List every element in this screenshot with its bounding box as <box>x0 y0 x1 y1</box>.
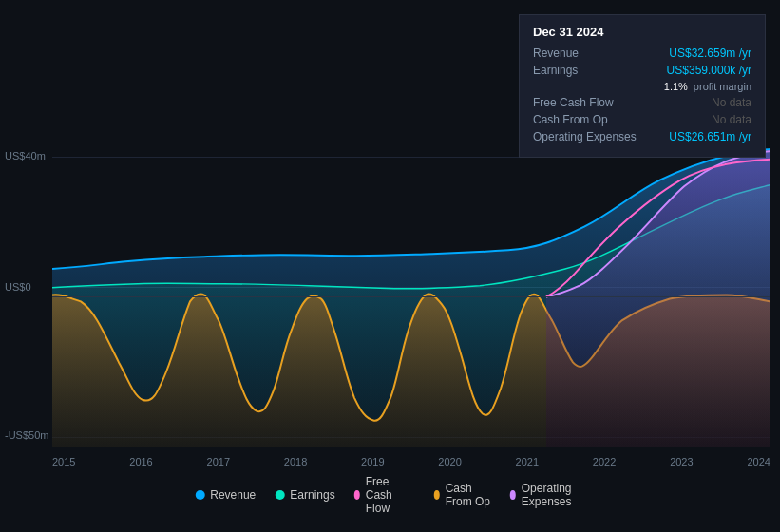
earnings-value: US$359.000k /yr <box>667 64 751 77</box>
x-label-2016: 2016 <box>129 456 152 467</box>
cash-from-op-value: No data <box>712 113 751 126</box>
chart-container: Dec 31 2024 Revenue US$32.659m /yr Earni… <box>0 0 780 532</box>
operating-expenses-label: Operating Expenses <box>533 130 647 143</box>
free-cash-flow-label: Free Cash Flow <box>533 96 647 109</box>
legend-operating-expenses[interactable]: Operating Expenses <box>510 482 585 508</box>
earnings-label: Earnings <box>533 64 647 77</box>
tooltip-box: Dec 31 2024 Revenue US$32.659m /yr Earni… <box>519 14 766 158</box>
legend-revenue[interactable]: Revenue <box>195 488 256 502</box>
legend-dot-free-cash-flow <box>354 490 360 500</box>
x-label-2021: 2021 <box>516 456 539 467</box>
profit-margin: 1.1% profit margin <box>664 81 751 92</box>
revenue-value: US$32.659m /yr <box>669 47 751 60</box>
y-label-zero: US$0 <box>5 281 31 293</box>
chart-area <box>52 147 770 446</box>
tooltip-date: Dec 31 2024 <box>533 25 751 39</box>
cash-from-op-row: Cash From Op No data <box>533 113 751 126</box>
y-label-top: US$40m <box>5 150 46 162</box>
free-cash-flow-value: No data <box>712 96 751 109</box>
legend-label-operating-expenses: Operating Expenses <box>522 482 585 508</box>
x-label-2023: 2023 <box>670 456 693 467</box>
x-label-2015: 2015 <box>52 456 75 467</box>
legend-label-revenue: Revenue <box>210 488 256 502</box>
profit-margin-text: profit margin <box>694 81 751 92</box>
profit-margin-value: 1.1% <box>664 81 688 92</box>
legend-free-cash-flow[interactable]: Free Cash Flow <box>354 475 415 515</box>
legend-label-free-cash-flow: Free Cash Flow <box>366 475 415 515</box>
legend-label-cash-from-op: Cash From Op <box>446 482 491 508</box>
legend-dot-operating-expenses <box>510 490 516 500</box>
operating-expenses-value: US$26.651m /yr <box>669 130 751 143</box>
operating-expenses-row: Operating Expenses US$26.651m /yr <box>533 130 751 143</box>
x-axis-labels: 2015 2016 2017 2018 2019 2020 2021 2022 … <box>52 456 770 467</box>
legend-dot-revenue <box>195 490 204 500</box>
legend-earnings[interactable]: Earnings <box>275 488 334 502</box>
chart-svg <box>52 147 770 446</box>
x-label-2017: 2017 <box>207 456 230 467</box>
x-label-2024: 2024 <box>747 456 770 467</box>
profit-margin-row: 1.1% profit margin <box>533 81 751 92</box>
x-label-2018: 2018 <box>284 456 307 467</box>
legend-dot-cash-from-op <box>434 490 440 500</box>
chart-legend: Revenue Earnings Free Cash Flow Cash Fro… <box>195 475 585 515</box>
free-cash-flow-row: Free Cash Flow No data <box>533 96 751 109</box>
earnings-row: Earnings US$359.000k /yr <box>533 64 751 77</box>
y-label-bottom: -US$50m <box>5 429 48 441</box>
x-label-2022: 2022 <box>593 456 616 467</box>
cash-from-op-label: Cash From Op <box>533 113 647 126</box>
x-label-2019: 2019 <box>361 456 384 467</box>
legend-dot-earnings <box>275 490 284 500</box>
revenue-row: Revenue US$32.659m /yr <box>533 47 751 60</box>
revenue-label: Revenue <box>533 47 647 60</box>
legend-cash-from-op[interactable]: Cash From Op <box>434 482 491 508</box>
legend-label-earnings: Earnings <box>290 488 334 502</box>
x-label-2020: 2020 <box>438 456 461 467</box>
